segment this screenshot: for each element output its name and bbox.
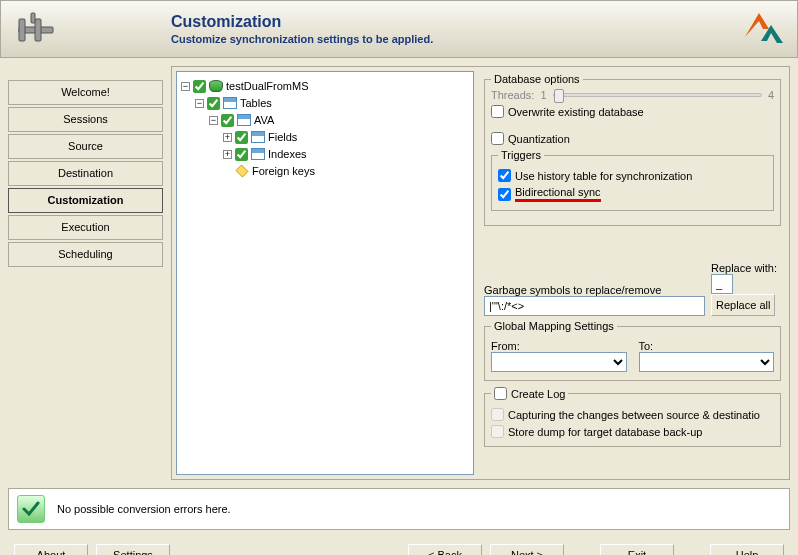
- tree-expand-icon[interactable]: +: [223, 150, 232, 159]
- nav-customization[interactable]: Customization: [8, 188, 163, 213]
- from-label: From:: [491, 340, 627, 352]
- tree-collapse-icon[interactable]: −: [195, 99, 204, 108]
- tree-tables-label: Tables: [240, 97, 272, 109]
- tree-check-tables[interactable]: [207, 97, 220, 110]
- mapping-group: Global Mapping Settings From: To:: [484, 320, 781, 381]
- tree-ava-label: AVA: [254, 114, 274, 126]
- to-combo[interactable]: [639, 352, 775, 372]
- tree-check-ava[interactable]: [221, 114, 234, 127]
- footer: About Settings < Back Next > Exit Help: [0, 530, 798, 555]
- capturing-label: Capturing the changes between source & d…: [508, 409, 760, 421]
- replace-with-label: Replace with:: [711, 262, 781, 274]
- nav-scheduling[interactable]: Scheduling: [8, 242, 163, 267]
- next-button[interactable]: Next >: [490, 544, 564, 555]
- to-label: To:: [639, 340, 775, 352]
- table-icon: [237, 114, 251, 126]
- table-icon: [223, 97, 237, 109]
- tree-panel[interactable]: − testDualFromMS − Tables − AVA: [176, 71, 474, 475]
- triggers-group: Triggers Use history table for synchroni…: [491, 149, 774, 211]
- log-group: Create Log Capturing the changes between…: [484, 387, 781, 447]
- storedump-checkbox: [491, 425, 504, 438]
- threads-max: 4: [768, 89, 774, 101]
- header: Customization Customize synchronization …: [0, 0, 798, 58]
- back-button[interactable]: < Back: [408, 544, 482, 555]
- create-log-checkbox[interactable]: [494, 387, 507, 400]
- bidirectional-label: Bidirectional sync: [515, 186, 601, 202]
- replace-all-button[interactable]: Replace all: [711, 294, 775, 316]
- sidebar: Welcome! Sessions Source Destination Cus…: [8, 66, 163, 480]
- success-icon: [17, 495, 45, 523]
- tree-check-fields[interactable]: [235, 131, 248, 144]
- svg-rect-1: [19, 19, 25, 41]
- tree-fkeys-label: Foreign keys: [252, 165, 315, 177]
- tree-indexes-label: Indexes: [268, 148, 307, 160]
- garbage-input[interactable]: [484, 296, 705, 316]
- nav-welcome[interactable]: Welcome!: [8, 80, 163, 105]
- tree-collapse-icon[interactable]: −: [181, 82, 190, 91]
- history-checkbox[interactable]: [498, 169, 511, 182]
- threads-min: 1: [540, 89, 546, 101]
- overwrite-checkbox[interactable]: [491, 105, 504, 118]
- overwrite-label: Overwrite existing database: [508, 106, 644, 118]
- from-combo[interactable]: [491, 352, 627, 372]
- capturing-checkbox: [491, 408, 504, 421]
- tree-check-indexes[interactable]: [235, 148, 248, 161]
- about-button[interactable]: About: [14, 544, 88, 555]
- history-label: Use history table for synchronization: [515, 170, 692, 182]
- nav-sessions[interactable]: Sessions: [8, 107, 163, 132]
- triggers-legend: Triggers: [498, 149, 544, 161]
- tree-fields-label: Fields: [268, 131, 297, 143]
- exit-button[interactable]: Exit: [600, 544, 674, 555]
- svg-rect-2: [35, 19, 41, 41]
- nav-source[interactable]: Source: [8, 134, 163, 159]
- status-bar: No possible conversion errors here.: [8, 488, 790, 530]
- mapping-legend: Global Mapping Settings: [491, 320, 617, 332]
- status-text: No possible conversion errors here.: [57, 503, 231, 515]
- storedump-label: Store dump for target database back-up: [508, 426, 702, 438]
- foreign-keys-icon: [236, 165, 249, 178]
- indexes-icon: [251, 148, 265, 160]
- page-title: Customization: [171, 13, 785, 31]
- nav-execution[interactable]: Execution: [8, 215, 163, 240]
- content-panel: − testDualFromMS − Tables − AVA: [171, 66, 790, 480]
- quantization-label: Quantization: [508, 133, 570, 145]
- quantization-checkbox[interactable]: [491, 132, 504, 145]
- tree-check-root[interactable]: [193, 80, 206, 93]
- fields-icon: [251, 131, 265, 143]
- garbage-label: Garbage symbols to replace/remove: [484, 284, 705, 296]
- tree-root-label: testDualFromMS: [226, 80, 309, 92]
- replace-with-input[interactable]: [711, 274, 733, 294]
- db-options-legend: Database options: [491, 73, 583, 85]
- bidirectional-checkbox[interactable]: [498, 188, 511, 201]
- tree-collapse-icon[interactable]: −: [209, 116, 218, 125]
- database-icon: [209, 80, 223, 92]
- options-panel: Database options Threads: 1 4 Overwrite …: [480, 71, 785, 475]
- threads-label: Threads:: [491, 89, 534, 101]
- help-button[interactable]: Help: [710, 544, 784, 555]
- threads-slider[interactable]: [553, 93, 762, 97]
- create-log-label: Create Log: [511, 388, 565, 400]
- tree-expand-icon[interactable]: +: [223, 133, 232, 142]
- page-subtitle: Customize synchronization settings to be…: [171, 33, 785, 45]
- svg-rect-3: [31, 13, 35, 23]
- database-options-group: Database options Threads: 1 4 Overwrite …: [484, 73, 781, 226]
- nav-destination[interactable]: Destination: [8, 161, 163, 186]
- caliper-icon: [13, 5, 61, 53]
- app-logo-icon: [741, 7, 785, 51]
- settings-button[interactable]: Settings: [96, 544, 170, 555]
